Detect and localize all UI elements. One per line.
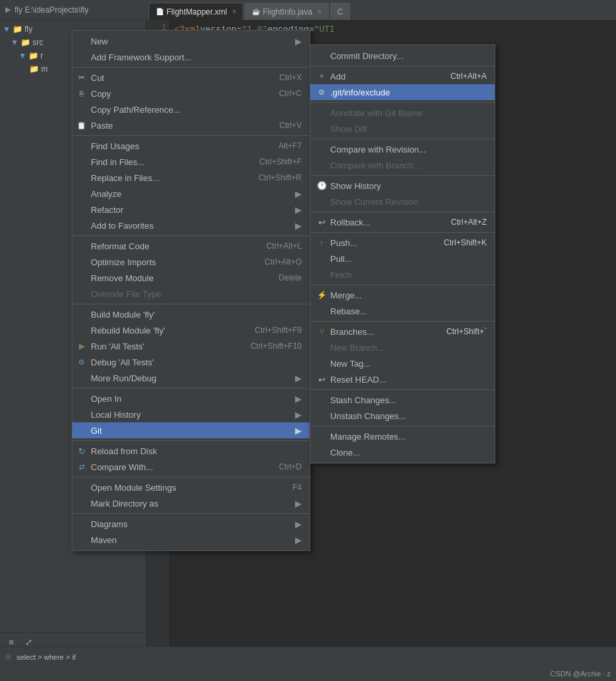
submenu-pull[interactable]: Pull... <box>310 251 495 267</box>
menu-item-run-all-tests[interactable]: ▶ Run 'All Tests' Ctrl+Shift+F10 <box>72 338 310 354</box>
menu-item-refactor[interactable]: Refactor ▶ <box>72 202 310 217</box>
submenu-reset-head-label: Reset HEAD... <box>330 375 387 385</box>
menu-item-build-module-label: Build Module 'fly' <box>91 310 155 320</box>
menu-item-rebuild-module-label: Rebuild Module 'fly' <box>91 326 165 336</box>
submenu-new-branch[interactable]: New Branch... <box>310 340 495 355</box>
submenu-compare-branch-label: Compare with Branch... <box>330 160 420 170</box>
submenu-commit-directory[interactable]: Commit Directory... <box>310 48 495 64</box>
submenu-stash-changes[interactable]: Stash Changes... <box>310 392 495 408</box>
menu-item-analyze-label: Analyze <box>91 189 121 199</box>
submenu-add[interactable]: + Add Ctrl+Alt+A <box>310 68 495 84</box>
status-bar-text: CSDN @Archie · z <box>550 670 611 678</box>
tab-c[interactable]: C <box>330 3 351 20</box>
submenu-clone-label: Clone... <box>330 448 360 458</box>
refactor-arrow-icon: ▶ <box>295 205 302 215</box>
branches-shortcut: Ctrl+Shift+` <box>446 327 487 336</box>
menu-item-copy-path-label: Copy Path/Reference... <box>91 105 180 115</box>
menu-item-copy-path[interactable]: Copy Path/Reference... <box>72 101 310 117</box>
menu-item-mark-directory-as-label: Mark Directory as <box>91 499 158 509</box>
favorites-arrow-icon: ▶ <box>295 221 302 231</box>
menu-item-copy[interactable]: ⎘ Copy Ctrl+C <box>72 86 310 101</box>
submenu-stash-changes-label: Stash Changes... <box>330 395 397 405</box>
submenu-compare-branch[interactable]: Compare with Branch... <box>310 157 495 173</box>
menu-item-cut-label: Cut <box>91 73 104 83</box>
git-separator-5 <box>310 212 495 212</box>
menu-item-debug-all-tests[interactable]: ⚙ Debug 'All Tests' <box>72 354 310 370</box>
menu-item-new-label: New <box>91 36 108 46</box>
submenu-show-diff[interactable]: Show Diff <box>310 121 495 137</box>
compare-with-shortcut: Ctrl+D <box>279 462 302 471</box>
submenu-git-info-exclude-label: .git/info/exclude <box>330 88 390 97</box>
submenu-annotate[interactable]: Annotate with Git Blame <box>310 105 495 121</box>
find-in-files-shortcut: Ctrl+Shift+F <box>259 157 302 166</box>
submenu-reset-head[interactable]: ↩ Reset HEAD... <box>310 371 495 387</box>
submenu-new-tag[interactable]: New Tag... <box>310 355 495 371</box>
submenu-fetch[interactable]: Fetch <box>310 267 495 282</box>
git-separator-3 <box>310 139 495 139</box>
submenu-merge[interactable]: ⚡ Merge... <box>310 287 495 303</box>
submenu-show-history[interactable]: 🕐 Show History <box>310 178 495 194</box>
more-run-debug-arrow-icon: ▶ <box>295 373 302 383</box>
menu-item-cut[interactable]: ✂ Cut Ctrl+X <box>72 70 310 86</box>
tab-c-label: C <box>338 7 343 17</box>
menu-item-reformat[interactable]: Reformat Code Ctrl+Alt+L <box>72 238 310 254</box>
diagrams-arrow-icon: ▶ <box>295 519 302 529</box>
menu-item-find-in-files[interactable]: Find in Files... Ctrl+Shift+F <box>72 154 310 170</box>
submenu-manage-remotes[interactable]: Manage Remotes... <box>310 428 495 444</box>
services-panel: ⊞ select > where > if <box>0 647 616 666</box>
submenu-clone[interactable]: Clone... <box>310 444 495 460</box>
cut-shortcut: Ctrl+X <box>279 73 302 82</box>
tab-flightinfo[interactable]: ☕ FlightInfo.java × <box>245 3 329 20</box>
optimize-imports-shortcut: Ctrl+Alt+O <box>265 257 302 267</box>
submenu-push-label: Push... <box>330 238 357 248</box>
submenu-git-info-exclude[interactable]: ⚙ .git/info/exclude <box>310 84 495 100</box>
menu-item-local-history[interactable]: Local History ▶ <box>72 406 310 422</box>
menu-item-reformat-label: Reformat Code <box>91 241 149 251</box>
open-in-arrow-icon: ▶ <box>295 394 302 404</box>
separator-3 <box>72 235 310 236</box>
menu-item-mark-directory-as[interactable]: Mark Directory as ▶ <box>72 495 310 511</box>
menu-item-add-framework[interactable]: Add Framework Support... <box>72 49 310 65</box>
menu-item-compare-with[interactable]: ⇄ Compare With... Ctrl+D <box>72 459 310 475</box>
git-add-shortcut: Ctrl+Alt+A <box>450 72 487 81</box>
submenu-compare-revision-label: Compare with Revision... <box>330 145 426 155</box>
menu-item-open-module-settings[interactable]: Open Module Settings F4 <box>72 479 310 495</box>
submenu-rollback[interactable]: ↩ Rollback... Ctrl+Alt+Z <box>310 214 495 230</box>
menu-item-optimize-imports[interactable]: Optimize Imports Ctrl+Alt+O <box>72 254 310 270</box>
editor-tabs: 📄 FlightMapper.xml × ☕ FlightInfo.java ×… <box>146 0 616 20</box>
menu-item-copy-label: Copy <box>91 89 111 99</box>
menu-item-replace-in-files[interactable]: Replace in Files... Ctrl+Shift+R <box>72 170 310 186</box>
breadcrumb-text: select > where > if <box>17 653 76 661</box>
menu-item-find-usages[interactable]: Find Usages Alt+F7 <box>72 138 310 154</box>
submenu-show-diff-label: Show Diff <box>330 124 367 134</box>
menu-item-rebuild-module[interactable]: Rebuild Module 'fly' Ctrl+Shift+F9 <box>72 322 310 338</box>
menu-item-build-module[interactable]: Build Module 'fly' <box>72 306 310 322</box>
menu-item-add-favorites[interactable]: Add to Favorites ▶ <box>72 217 310 233</box>
submenu-unstash-changes[interactable]: Unstash Changes... <box>310 408 495 424</box>
submenu-compare-revision[interactable]: Compare with Revision... <box>310 141 495 157</box>
menu-item-paste[interactable]: 📋 Paste Ctrl+V <box>72 117 310 133</box>
menu-item-more-run-debug[interactable]: More Run/Debug ▶ <box>72 370 310 386</box>
separator-6 <box>72 440 310 441</box>
menu-item-diagrams[interactable]: Diagrams ▶ <box>72 516 310 532</box>
submenu-push[interactable]: ↑ Push... Ctrl+Shift+K <box>310 235 495 251</box>
submenu-show-current-revision[interactable]: Show Current Revision <box>310 194 495 210</box>
git-info-icon: ⚙ <box>316 86 328 98</box>
menu-item-override-file-type-label: Override File Type <box>91 289 161 299</box>
menu-item-git[interactable]: Git ▶ Commit Directory... + Add Ctrl+Alt… <box>72 422 310 438</box>
debug-icon: ⚙ <box>76 357 87 367</box>
menu-item-remove-module[interactable]: Remove Module Delete <box>72 270 310 286</box>
menu-item-reload-from-disk[interactable]: ↻ Reload from Disk <box>72 443 310 459</box>
submenu-rebase[interactable]: Rebase... <box>310 303 495 319</box>
reload-icon: ↻ <box>76 446 87 456</box>
menu-item-override-file-type[interactable]: Override File Type <box>72 286 310 302</box>
submenu-branches[interactable]: ⑂ Branches... Ctrl+Shift+` <box>310 324 495 340</box>
menu-item-reload-from-disk-label: Reload from Disk <box>91 446 157 456</box>
menu-item-open-in[interactable]: Open In ▶ <box>72 391 310 406</box>
menu-item-analyze[interactable]: Analyze ▶ <box>72 186 310 202</box>
submenu-branches-label: Branches... <box>330 327 374 337</box>
menu-item-maven[interactable]: Maven ▶ <box>72 532 310 548</box>
tab-flightmapper[interactable]: 📄 FlightMapper.xml × <box>149 3 243 20</box>
menu-item-new[interactable]: New ▶ <box>72 33 310 49</box>
cut-icon: ✂ <box>76 72 87 83</box>
